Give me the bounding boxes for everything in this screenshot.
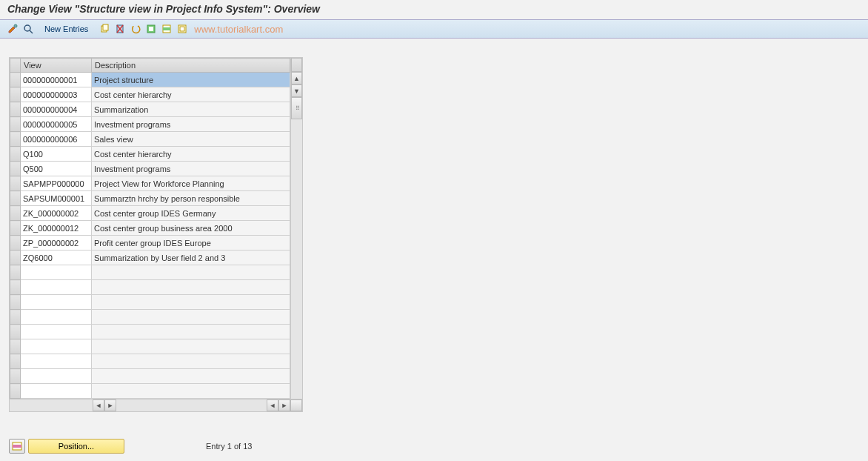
row-selector[interactable] [10, 339, 21, 354]
cell-description[interactable]: Cost center group IDES Germany [92, 206, 290, 221]
horizontal-scrollbar[interactable]: ◄ ► ◄ ► [10, 399, 302, 411]
row-selector[interactable] [10, 354, 21, 369]
cell-description[interactable]: Investment programs [92, 162, 290, 176]
cell-view[interactable] [21, 354, 92, 369]
cell-description[interactable]: Sales view [92, 132, 290, 147]
cell-description[interactable]: Summarization [92, 102, 290, 117]
hscroll-spacer [10, 399, 93, 411]
table-row: 000000000005Investment programs [10, 117, 290, 132]
cell-view[interactable]: ZK_000000012 [21, 221, 92, 236]
column-header-description[interactable]: Description [92, 59, 290, 73]
cell-description[interactable]: Investment programs [92, 117, 290, 132]
position-button[interactable]: Position... [28, 439, 124, 454]
cell-description[interactable]: Profit center group IDES Europe [92, 236, 290, 251]
row-selector[interactable] [10, 191, 21, 206]
cell-description[interactable] [92, 339, 290, 354]
select-entries-icon[interactable] [9, 439, 25, 454]
cell-description[interactable] [92, 384, 290, 399]
cell-description[interactable]: Summarization by User field 2 and 3 [92, 251, 290, 265]
row-selector[interactable] [10, 132, 21, 147]
scroll-right-button[interactable]: ► [104, 399, 116, 411]
cell-description[interactable] [92, 369, 290, 384]
cell-description[interactable]: Project structure [92, 73, 290, 87]
cell-description[interactable] [92, 295, 290, 310]
cell-description[interactable] [92, 265, 290, 280]
cell-view[interactable] [21, 339, 92, 354]
cell-view[interactable]: ZK_000000002 [21, 206, 92, 221]
cell-description[interactable]: Project View for Workforce Planning [92, 176, 290, 191]
select-all-icon[interactable] [144, 22, 158, 36]
row-selector[interactable] [10, 236, 21, 251]
scroll-left-end-button[interactable]: ◄ [267, 399, 278, 411]
cell-view[interactable]: 000000000004 [21, 102, 92, 117]
row-selector[interactable] [10, 147, 21, 162]
row-selector[interactable] [10, 369, 21, 384]
cell-view[interactable] [21, 369, 92, 384]
svg-rect-14 [180, 27, 184, 31]
cell-view[interactable]: 000000000006 [21, 132, 92, 147]
delete-icon[interactable] [113, 22, 127, 36]
row-selector[interactable] [10, 295, 21, 310]
cell-description[interactable] [92, 354, 290, 369]
table-row: Q100Cost center hierarchy [10, 147, 290, 162]
cell-view[interactable] [21, 384, 92, 399]
row-selector[interactable] [10, 265, 21, 280]
row-selector[interactable] [10, 325, 21, 339]
scroll-track[interactable] [291, 119, 302, 399]
cell-view[interactable]: SAPMPP000000 [21, 176, 92, 191]
row-selector[interactable] [10, 162, 21, 176]
cell-view[interactable] [21, 295, 92, 310]
row-selector[interactable] [10, 102, 21, 117]
svg-rect-4 [103, 24, 108, 30]
cell-description[interactable] [92, 325, 290, 339]
row-selector[interactable] [10, 280, 21, 295]
row-selector-header[interactable] [10, 59, 21, 73]
row-selector[interactable] [10, 221, 21, 236]
scroll-right-end-button[interactable]: ► [278, 399, 290, 411]
row-selector[interactable] [10, 176, 21, 191]
column-header-view[interactable]: View [21, 59, 92, 73]
cell-view[interactable]: ZQ6000 [21, 251, 92, 265]
cell-view[interactable]: SAPSUM000001 [21, 191, 92, 206]
cell-description[interactable] [92, 310, 290, 325]
row-selector[interactable] [10, 384, 21, 399]
cell-description[interactable]: Summarztn hrchy by person responsible [92, 191, 290, 206]
copy-icon[interactable] [98, 22, 111, 36]
cell-description[interactable]: Cost center group business area 2000 [92, 221, 290, 236]
cell-view[interactable]: ZP_000000002 [21, 236, 92, 251]
scroll-grip-icon[interactable]: ⠿ [291, 97, 302, 119]
deselect-all-icon[interactable] [176, 22, 189, 36]
cell-view[interactable]: 000000000003 [21, 87, 92, 102]
table-row-empty [10, 325, 290, 339]
scroll-up-button[interactable]: ▲ [291, 72, 302, 84]
scroll-down-button[interactable]: ▼ [291, 84, 302, 97]
table-row-empty [10, 265, 290, 280]
cell-view[interactable] [21, 325, 92, 339]
select-block-icon[interactable] [160, 22, 173, 36]
toggle-display-change-icon[interactable] [6, 22, 19, 36]
hscroll-track[interactable] [116, 399, 267, 411]
details-icon[interactable] [21, 22, 35, 36]
cell-view[interactable]: 000000000005 [21, 117, 92, 132]
cell-description[interactable]: Cost center hierarchy [92, 147, 290, 162]
row-selector[interactable] [10, 310, 21, 325]
row-selector[interactable] [10, 73, 21, 87]
cell-view[interactable] [21, 310, 92, 325]
row-selector[interactable] [10, 117, 21, 132]
scrollbar-corner-top [291, 58, 302, 72]
row-selector[interactable] [10, 251, 21, 265]
cell-view[interactable] [21, 280, 92, 295]
cell-view[interactable]: 000000000001 [21, 73, 92, 87]
cell-description[interactable] [92, 280, 290, 295]
undo-icon[interactable] [129, 22, 142, 36]
row-selector[interactable] [10, 206, 21, 221]
new-entries-button[interactable]: New Entries [40, 24, 93, 34]
vertical-scrollbar[interactable]: ▲ ▼ ⠿ [290, 58, 302, 399]
cell-view[interactable]: Q100 [21, 147, 92, 162]
row-selector[interactable] [10, 87, 21, 102]
cell-view[interactable]: Q500 [21, 162, 92, 176]
scroll-left-button[interactable]: ◄ [93, 399, 104, 411]
cell-description[interactable]: Cost center hierarchy [92, 87, 290, 102]
svg-rect-16 [13, 445, 21, 448]
cell-view[interactable] [21, 265, 92, 280]
